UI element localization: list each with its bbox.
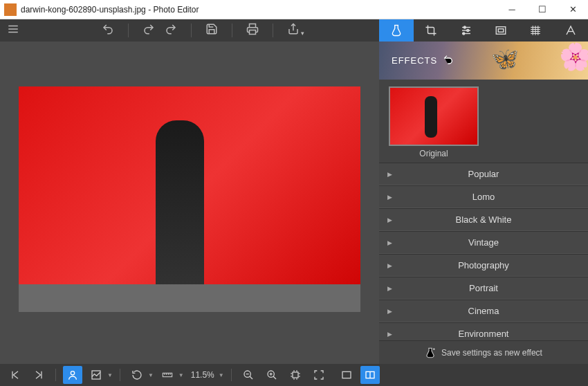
redo-forward-button[interactable] bbox=[165, 23, 177, 38]
svg-rect-12 bbox=[496, 27, 506, 35]
separator bbox=[273, 24, 273, 37]
title-separator: - bbox=[146, 5, 154, 15]
separator bbox=[55, 369, 56, 381]
svg-point-27 bbox=[71, 371, 74, 375]
thumbnail-area: Original bbox=[379, 80, 588, 163]
category-portrait[interactable]: ▶Portrait bbox=[379, 277, 588, 300]
separator bbox=[128, 24, 129, 37]
print-button[interactable] bbox=[246, 23, 259, 38]
share-button[interactable]: ▾ bbox=[287, 23, 304, 38]
separator bbox=[120, 369, 120, 381]
single-view-button[interactable] bbox=[337, 366, 356, 384]
close-button[interactable]: ✕ bbox=[558, 0, 588, 19]
main-image bbox=[19, 86, 360, 312]
expand-icon: ▶ bbox=[387, 308, 392, 315]
top-toolbar: ▾ bbox=[0, 19, 588, 42]
effects-header: EFFECTS 🦋 🌸 bbox=[379, 42, 588, 80]
dropdown-icon[interactable]: ▼ bbox=[148, 372, 154, 378]
category-environment[interactable]: ▶Environment bbox=[379, 322, 588, 340]
expand-icon: ▶ bbox=[387, 239, 392, 246]
reset-effects-button[interactable] bbox=[443, 54, 454, 68]
separator bbox=[191, 24, 192, 37]
butterfly-decoration: 🦋 bbox=[491, 46, 519, 72]
flowers-decoration: 🌸 bbox=[559, 42, 588, 72]
prev-image-button[interactable] bbox=[6, 366, 25, 384]
bottom-toolbar: ▼ ▼ ▼ 11.5% ▼ bbox=[0, 364, 588, 386]
effects-title: EFFECTS bbox=[392, 55, 437, 66]
histogram-button[interactable] bbox=[86, 366, 106, 384]
expand-icon: ▶ bbox=[387, 217, 392, 223]
original-thumbnail[interactable]: Original bbox=[389, 86, 479, 158]
expand-icon: ▶ bbox=[387, 262, 392, 269]
save-effect-label: Save settings as new effect bbox=[441, 348, 542, 358]
category-black-white[interactable]: ▶Black & White bbox=[379, 208, 588, 231]
dropdown-icon[interactable]: ▼ bbox=[178, 372, 184, 378]
svg-line-35 bbox=[250, 376, 252, 379]
svg-line-38 bbox=[273, 376, 276, 379]
category-label: Black & White bbox=[456, 214, 512, 225]
thumbnail-image bbox=[389, 86, 479, 146]
app-name-text: Photo Editor bbox=[153, 5, 199, 15]
svg-rect-41 bbox=[293, 372, 298, 378]
category-popular[interactable]: ▶Popular bbox=[379, 163, 588, 185]
tab-crop[interactable] bbox=[414, 19, 448, 42]
fit-screen-button[interactable] bbox=[309, 366, 329, 384]
category-label: Photography bbox=[458, 260, 509, 270]
effect-category-list: ▶Popular ▶Lomo ▶Black & White ▶Vintage ▶… bbox=[379, 163, 588, 340]
category-label: Popular bbox=[468, 169, 499, 179]
filename-text: darwin-kong-602890-unsplash.jpg bbox=[21, 5, 146, 15]
separator bbox=[231, 369, 232, 381]
effects-panel: EFFECTS 🦋 🌸 Original ▶Popular ▶Lomo ▶Bla… bbox=[379, 42, 588, 364]
zoom-out-button[interactable] bbox=[239, 366, 258, 384]
category-photography[interactable]: ▶Photography bbox=[379, 254, 588, 277]
zoom-level[interactable]: 11.5% bbox=[191, 370, 214, 380]
category-label: Environment bbox=[459, 329, 509, 339]
canvas-area[interactable] bbox=[0, 42, 379, 364]
svg-rect-3 bbox=[249, 30, 255, 35]
svg-rect-29 bbox=[163, 373, 172, 376]
rotate-button[interactable] bbox=[127, 366, 147, 384]
category-label: Lomo bbox=[472, 192, 495, 202]
tab-texture[interactable] bbox=[518, 19, 553, 42]
category-cinema[interactable]: ▶Cinema bbox=[379, 300, 588, 322]
category-vintage[interactable]: ▶Vintage bbox=[379, 231, 588, 254]
expand-icon: ▶ bbox=[387, 171, 392, 178]
category-label: Cinema bbox=[468, 306, 499, 316]
expand-icon: ▶ bbox=[387, 331, 392, 338]
thumbnail-label: Original bbox=[389, 149, 479, 158]
category-lomo[interactable]: ▶Lomo bbox=[379, 185, 588, 208]
next-image-button[interactable] bbox=[29, 366, 48, 384]
category-label: Vintage bbox=[468, 237, 499, 248]
menu-button[interactable] bbox=[7, 23, 24, 38]
tab-effects[interactable] bbox=[379, 19, 414, 42]
svg-rect-50 bbox=[342, 371, 351, 378]
svg-rect-13 bbox=[498, 29, 504, 33]
dropdown-icon[interactable]: ▼ bbox=[107, 372, 113, 378]
expand-icon: ▶ bbox=[387, 285, 392, 292]
separator bbox=[232, 24, 232, 37]
minimize-button[interactable]: ─ bbox=[497, 0, 527, 19]
zoom-in-button[interactable] bbox=[262, 366, 282, 384]
tab-frame[interactable] bbox=[484, 19, 518, 42]
app-icon bbox=[4, 3, 17, 16]
save-button[interactable] bbox=[205, 23, 218, 38]
dropdown-icon[interactable]: ▼ bbox=[219, 372, 224, 378]
maximize-button[interactable]: ☐ bbox=[527, 0, 558, 19]
save-as-effect-button[interactable]: Save settings as new effect bbox=[379, 340, 588, 364]
actual-size-button[interactable] bbox=[286, 366, 305, 384]
redo-button[interactable] bbox=[143, 23, 155, 38]
tab-adjust[interactable] bbox=[449, 19, 484, 42]
window-titlebar: darwin-kong-602890-unsplash.jpg - Photo … bbox=[0, 0, 588, 19]
fit-person-button[interactable] bbox=[63, 366, 82, 384]
undo-button[interactable] bbox=[102, 23, 114, 38]
category-label: Portrait bbox=[469, 283, 498, 293]
window-title: darwin-kong-602890-unsplash.jpg - Photo … bbox=[21, 5, 199, 15]
expand-icon: ▶ bbox=[387, 194, 392, 201]
compare-view-button[interactable] bbox=[360, 366, 380, 384]
tab-text[interactable] bbox=[553, 19, 588, 42]
ruler-button[interactable] bbox=[158, 366, 177, 384]
